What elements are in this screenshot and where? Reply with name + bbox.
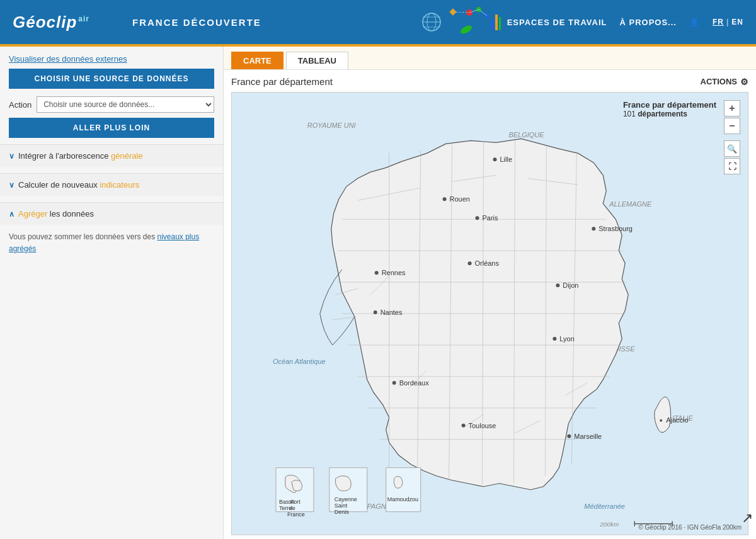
- nav-apropos[interactable]: À PROPOS...: [620, 18, 677, 27]
- city-label-rennes: Rennes: [382, 269, 406, 276]
- belgium-label: BELGIQUE: [508, 131, 544, 139]
- logo-area: Géoclipair: [13, 13, 113, 32]
- scale-label: 200km: [599, 521, 619, 528]
- sidebar-section-arborescence-title: Intégrer à l'arborescence générale: [18, 151, 143, 161]
- nav-espaces[interactable]: ESPACES DE TRAVAIL: [507, 18, 607, 27]
- sidebar-section-agreger-content: Vous pouvez sommer les données vers des …: [0, 225, 223, 261]
- legend-count-num: 101: [623, 110, 636, 118]
- fullscreen-button[interactable]: ⛶: [724, 158, 740, 174]
- svg-rect-44: [386, 468, 421, 512]
- gear-icon: ⚙: [740, 77, 748, 87]
- map-controls: + − 🔍 ⛶: [724, 100, 740, 174]
- map-legend: France par département 101 départements: [623, 100, 716, 118]
- svg-point-15: [459, 24, 472, 36]
- action-label: Action: [9, 100, 32, 110]
- city-label-bordeaux: Bordeaux: [399, 379, 429, 387]
- actions-label: ACTIONS: [701, 77, 738, 86]
- sidebar-section-indicateurs: ∨ Calculer de nouveaux indicateurs: [0, 173, 223, 196]
- city-dot-rouen: [443, 197, 447, 201]
- city-dot-toulouse: [462, 424, 466, 428]
- city-dot-dijon: [556, 283, 559, 287]
- map-title: France par département: [231, 76, 333, 87]
- label-fort-france: Fort: [290, 499, 301, 505]
- logo[interactable]: Géoclipair: [13, 13, 89, 32]
- chevron-icon-agreger: ∧: [9, 210, 14, 218]
- legend-count: 101 départements: [623, 110, 716, 118]
- city-dot-paris: [476, 216, 479, 220]
- lang-area: FR | EN: [713, 18, 743, 26]
- sidebar-section-agreger-header[interactable]: ∧ Agréger les données: [0, 203, 223, 225]
- lang-en[interactable]: EN: [731, 18, 743, 26]
- action-select[interactable]: Choisir une source de données...: [37, 96, 214, 113]
- search-map-button[interactable]: 🔍: [724, 140, 740, 157]
- sidebar-section-indicateurs-header[interactable]: ∨ Calculer de nouveaux indicateurs: [0, 174, 223, 196]
- tab-carte[interactable]: CARTE: [231, 52, 284, 69]
- main-content: CARTE TABLEAU France par département ACT…: [224, 47, 756, 539]
- legend-title: France par département: [623, 100, 716, 110]
- city-dot-nantes: [374, 310, 377, 314]
- city-label-lille: Lille: [500, 156, 512, 163]
- city-dot-lyon: [553, 337, 556, 341]
- tab-tableau[interactable]: TABLEAU: [286, 52, 348, 69]
- lang-fr[interactable]: FR: [713, 18, 724, 26]
- ocean-label: Océan Atlantique: [273, 358, 326, 365]
- city-label-paris: Paris: [483, 214, 499, 222]
- niveaux-link[interactable]: niveaux plus agrégés: [9, 232, 199, 253]
- germany-label: ALLEMAGNE: [609, 200, 652, 208]
- svg-rect-9: [491, 19, 494, 30]
- sidebar-section-arborescence: ∨ Intégrer à l'arborescence générale: [0, 144, 223, 167]
- uk-label: ROYAUME UNI: [307, 122, 356, 129]
- city-label-dijon: Dijon: [563, 281, 578, 289]
- tab-bar: CARTE TABLEAU: [224, 47, 756, 70]
- city-dot-lille: [493, 157, 496, 161]
- zoom-out-button[interactable]: −: [724, 118, 740, 134]
- choose-source-button[interactable]: CHOISIR UNE SOURCE DE DONNÉES: [9, 69, 214, 89]
- city-dot-ajaccio: [660, 419, 662, 422]
- header-nav: ESPACES DE TRAVAIL À PROPOS... 👤 FR | EN: [507, 18, 743, 27]
- chevron-icon-indicateurs: ∨: [9, 181, 14, 190]
- city-label-rouen: Rouen: [450, 195, 470, 203]
- svg-rect-10: [495, 14, 498, 30]
- map-container: France par département ACTIONS ⚙ + − 🔍 ⛶: [224, 70, 756, 539]
- label-fort-france2: de: [289, 505, 295, 511]
- sidebar-section-indicateurs-title: Calculer de nouveaux indicateurs: [18, 180, 139, 190]
- label-fort-france3: France: [287, 511, 305, 518]
- label-cayenne: Cayenne: [335, 496, 357, 502]
- city-label-toulouse: Toulouse: [469, 422, 496, 429]
- header-decoration: [419, 3, 501, 41]
- france-svg-map: ROYAUME UNI BELGIQUE LUX. ALLEMAGNE SUIS…: [232, 93, 748, 535]
- sidebar-section-agreger-title: Agréger les données: [18, 209, 94, 218]
- city-dot-orleans: [468, 261, 472, 265]
- action-row: Action Choisir une source de données...: [0, 94, 223, 118]
- logo-super: air: [78, 14, 89, 23]
- city-label-ajaccio: Ajaccio: [666, 416, 688, 424]
- map-attribution: © Géoclip 2016 · IGN GéoFla 200km: [638, 524, 742, 531]
- sidebar-link[interactable]: Visualiser des données externes: [0, 47, 223, 69]
- city-label-marseille: Marseille: [574, 433, 602, 440]
- label-saint-denis2: Denis: [335, 509, 349, 515]
- actions-button[interactable]: ACTIONS ⚙: [701, 77, 749, 87]
- city-dot-bordeaux: [392, 381, 396, 385]
- header: Géoclipair FRANCE DÉCOUVERTE ESPACES DE …: [0, 0, 756, 44]
- aller-plus-loin-button[interactable]: ALLER PLUS LOIN: [9, 118, 214, 138]
- header-title: FRANCE DÉCOUVERTE: [132, 17, 419, 28]
- sidebar-section-arborescence-header[interactable]: ∨ Intégrer à l'arborescence générale: [0, 145, 223, 167]
- city-label-nantes: Nantes: [381, 309, 403, 316]
- svg-line-14: [479, 9, 487, 16]
- city-dot-strasbourg: [592, 227, 595, 230]
- zoom-in-button[interactable]: +: [724, 100, 740, 116]
- med-label: Méditerranée: [584, 502, 625, 510]
- layout: Visualiser des données externes CHOISIR …: [0, 47, 756, 539]
- sidebar-section-agreger: ∧ Agréger les données Vous pouvez sommer…: [0, 202, 223, 261]
- sidebar: Visualiser des données externes CHOISIR …: [0, 47, 224, 539]
- legend-count-unit: départements: [638, 110, 687, 118]
- city-dot-rennes: [375, 271, 379, 275]
- chevron-icon-arborescence: ∨: [9, 152, 14, 161]
- label-mamoudzou: Mamoudzou: [387, 496, 418, 502]
- city-dot-marseille: [567, 434, 571, 438]
- city-label-lyon: Lyon: [559, 335, 574, 343]
- label-saint-denis: Saint: [335, 502, 348, 509]
- svg-rect-11: [499, 17, 501, 30]
- user-icon[interactable]: 👤: [689, 18, 700, 27]
- map-wrapper[interactable]: + − 🔍 ⛶ France par département 101 dépar…: [231, 92, 748, 535]
